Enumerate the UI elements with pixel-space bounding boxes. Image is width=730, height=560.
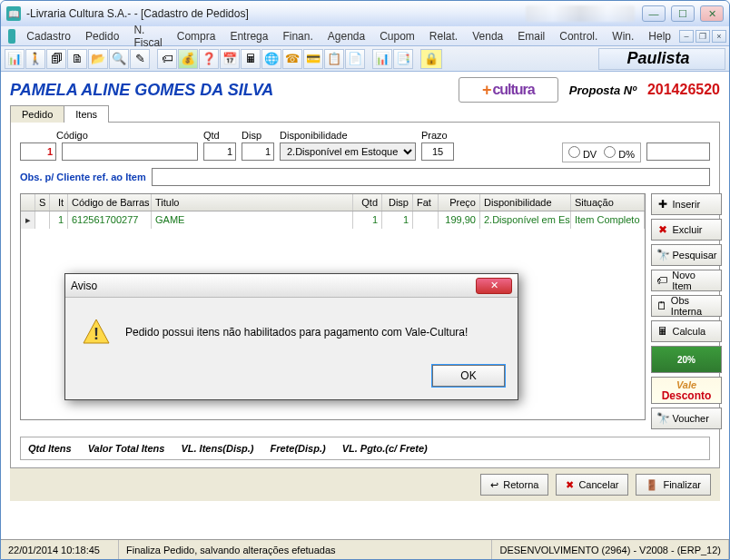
row-indicator-icon: ▸ <box>21 211 35 229</box>
menu-email[interactable]: Email <box>510 28 552 44</box>
tool-walk-icon[interactable]: 🚶 <box>25 49 45 69</box>
tool-chart-icon[interactable]: 📊 <box>372 49 392 69</box>
col-cb[interactable]: Código de Barras <box>68 194 152 211</box>
mdi-app-icon <box>8 29 15 44</box>
col-qt[interactable]: Qtd <box>353 194 382 211</box>
tab-itens[interactable]: Itens <box>64 105 109 123</box>
window-titlebar: 📖 -Livraria Cultura S.A.- - [Cadastro de… <box>1 1 729 26</box>
dialog-ok-button[interactable]: OK <box>432 365 505 387</box>
back-icon: ↩ <box>490 479 498 491</box>
col-pr[interactable]: Preço <box>439 194 480 211</box>
door-icon: 🚪 <box>646 479 658 491</box>
tool-calendar-icon[interactable]: 📅 <box>220 49 240 69</box>
tool-globe-icon[interactable]: 🌐 <box>261 49 281 69</box>
vale-desconto-badge[interactable]: ValeDesconto <box>651 377 723 404</box>
tool-tag-icon[interactable]: 🏷 <box>157 49 177 69</box>
col-di[interactable]: Disponibilidade <box>480 194 571 211</box>
disponibilidade-select[interactable]: 2.Disponível em Estoque <box>280 142 416 161</box>
menu-compra[interactable]: Compra <box>170 28 223 44</box>
frete-label: Frete(Disp.) <box>271 443 326 454</box>
excluir-button[interactable]: ✖Excluir <box>651 219 723 241</box>
promo-20-badge[interactable]: 20% <box>651 346 723 373</box>
obs-label: Obs. p/ Cliente ref. ao Item <box>20 172 146 182</box>
obs-interna-button[interactable]: 🗒Obs Interna <box>651 295 723 317</box>
menu-nfiscal[interactable]: N. Fiscal <box>126 22 169 51</box>
table-row[interactable]: ▸ 1 612561700277 GAME 1 1 199,90 2.Dispo… <box>21 211 645 229</box>
tool-money-icon[interactable]: 💰 <box>178 49 198 69</box>
close-button[interactable]: ✕ <box>700 5 724 22</box>
dialog-close-button[interactable]: ✕ <box>476 278 512 294</box>
tool-phone-icon[interactable]: ☎ <box>282 49 302 69</box>
tool-note-icon[interactable]: 📋 <box>324 49 344 69</box>
menu-cupom[interactable]: Cupom <box>372 28 422 44</box>
tool-card-icon[interactable]: 💳 <box>303 49 323 69</box>
voucher-button[interactable]: 🔭Voucher <box>651 408 723 429</box>
menu-agenda[interactable]: Agenda <box>321 28 372 44</box>
menu-pedido[interactable]: Pedido <box>78 28 126 44</box>
tool-1-icon[interactable]: 📊 <box>5 49 25 69</box>
col-si[interactable]: Situação <box>571 194 645 211</box>
binoculars-icon: 🔭 <box>656 412 669 425</box>
valor-total-label: Valor Total Itens <box>88 443 165 454</box>
col-dp[interactable]: Disp <box>382 194 413 211</box>
retorna-button[interactable]: ↩Retorna <box>480 474 548 496</box>
proposal-label: Proposta Nº <box>569 84 636 97</box>
vl-pgto-label: VL. Pgto.(c/ Frete) <box>342 443 428 454</box>
status-datetime: 22/01/2014 10:18:45 <box>1 540 119 559</box>
discount-radio-group: DV D% <box>562 142 641 162</box>
qtd-input[interactable] <box>203 142 236 161</box>
col-it[interactable]: It <box>50 194 68 211</box>
col-s[interactable]: S <box>35 194 50 211</box>
obs-input[interactable] <box>152 168 710 186</box>
tool-open-icon[interactable]: 📂 <box>88 49 108 69</box>
menu-venda[interactable]: Venda <box>465 28 510 44</box>
inserir-button[interactable]: ✚Inserir <box>651 193 723 215</box>
tool-help-icon[interactable]: ❓ <box>199 49 219 69</box>
radio-dp[interactable]: D% <box>604 146 635 160</box>
tool-calc-icon[interactable]: 🖩 <box>241 49 261 69</box>
note-icon: 🗒 <box>656 300 667 312</box>
col-ti[interactable]: Titulo <box>152 194 353 211</box>
col-ft[interactable]: Fat <box>413 194 439 211</box>
menu-finan[interactable]: Finan. <box>275 28 320 44</box>
warning-icon: ! <box>82 318 111 347</box>
mdi-minimize[interactable]: – <box>679 30 694 43</box>
maximize-button[interactable]: ☐ <box>671 5 695 22</box>
minimize-button[interactable]: — <box>642 5 666 22</box>
mdi-restore[interactable]: ❐ <box>695 30 710 43</box>
plus-icon: + <box>482 81 492 100</box>
finalizar-button[interactable]: 🚪Finalizar <box>636 474 711 496</box>
tool-form-icon[interactable]: 📄 <box>345 49 365 69</box>
calcula-button[interactable]: 🖩Calcula <box>651 320 723 342</box>
tool-search-icon[interactable]: 🔍 <box>109 49 129 69</box>
tool-doc-icon[interactable]: 🗐 <box>46 49 66 69</box>
window-title: -Livraria Cultura S.A.- - [Cadastro de P… <box>26 7 518 20</box>
cancelar-button[interactable]: ✖Cancelar <box>556 474 628 496</box>
tool-edit-icon[interactable]: ✎ <box>130 49 150 69</box>
plus-icon: ✚ <box>656 198 669 211</box>
status-message: Finaliza Pedido, salvando alterações efe… <box>119 540 492 559</box>
discount-value-input[interactable] <box>646 142 710 161</box>
menu-control[interactable]: Control. <box>552 28 605 44</box>
mdi-close[interactable]: × <box>712 30 726 43</box>
menu-help[interactable]: Help <box>641 28 678 44</box>
codigo-desc-input[interactable] <box>62 142 198 161</box>
menu-relat[interactable]: Relat. <box>422 28 465 44</box>
prazo-input[interactable] <box>421 142 454 161</box>
tool-report-icon[interactable]: 📑 <box>393 49 413 69</box>
disp-label: Disp <box>242 130 274 141</box>
qtd-itens-label: Qtd Itens <box>28 443 72 454</box>
novo-item-button[interactable]: 🏷Novo Item <box>651 270 723 291</box>
pesquisar-button[interactable]: 🔭Pesquisar <box>651 244 723 266</box>
menu-entrega[interactable]: Entrega <box>222 28 275 44</box>
menu-cadastro[interactable]: Cadastro <box>19 28 78 44</box>
tab-pedido[interactable]: Pedido <box>10 105 64 123</box>
menu-bar: Cadastro Pedido N. Fiscal Compra Entrega… <box>1 26 729 46</box>
lock-icon[interactable]: 🔒 <box>420 49 442 69</box>
menu-win[interactable]: Win. <box>605 28 641 44</box>
grid-header: S It Código de Barras Titulo Qtd Disp Fa… <box>21 194 645 211</box>
radio-dv[interactable]: DV <box>568 146 597 160</box>
codigo-input[interactable] <box>20 142 56 161</box>
disp-input[interactable] <box>242 142 274 161</box>
tool-copy-icon[interactable]: 🗎 <box>67 49 87 69</box>
